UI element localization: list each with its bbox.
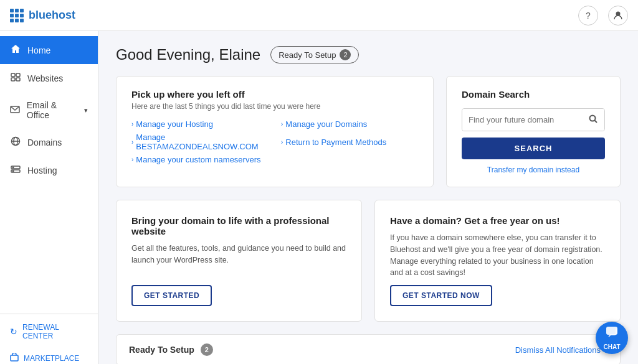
link-manage-bestamazon[interactable]: › Manage BESTAMAZONDEALSNOW.COM bbox=[131, 133, 269, 151]
ready-badge-count: 2 bbox=[340, 49, 351, 60]
nav-icons: ? bbox=[578, 6, 628, 26]
promo-domain-title: Have a domain? Get a free year on us! bbox=[390, 215, 605, 226]
link-manage-domains[interactable]: › Manage your Domains bbox=[281, 119, 418, 129]
promo-build-title: Bring your domain to life with a profess… bbox=[131, 215, 346, 236]
ready-bar-label: Ready To Setup bbox=[129, 345, 194, 355]
domains-icon bbox=[10, 136, 21, 148]
arrow-icon: › bbox=[131, 156, 133, 163]
arrow-icon: › bbox=[281, 121, 283, 128]
arrow-icon: › bbox=[131, 139, 133, 146]
ready-to-setup-badge[interactable]: Ready To Setup 2 bbox=[270, 46, 359, 63]
promo-card-build-website: Bring your domain to life with a profess… bbox=[116, 200, 362, 322]
ready-bar-left: Ready To Setup 2 bbox=[129, 343, 213, 356]
brand-name: bluehost bbox=[29, 9, 75, 22]
link-manage-nameservers[interactable]: › Manage your custom nameservers bbox=[131, 155, 269, 164]
svg-line-17 bbox=[595, 121, 598, 123]
dismiss-label: Dismiss All Notifications bbox=[515, 345, 601, 355]
sidebar-item-hosting-label: Hosting bbox=[27, 166, 57, 175]
sidebar-item-websites-label: Websites bbox=[27, 73, 63, 83]
transfer-domain-link[interactable]: Transfer my domain instead bbox=[462, 166, 605, 174]
pickup-card: Pick up where you left off Here are the … bbox=[116, 76, 434, 187]
promo-domain-desc: If you have a domain somewhere else, you… bbox=[390, 232, 605, 279]
sidebar-item-home-label: Home bbox=[27, 45, 50, 55]
sidebar-item-email-label: Email & Office bbox=[27, 100, 78, 120]
arrow-icon: › bbox=[131, 121, 133, 128]
websites-icon bbox=[10, 72, 21, 84]
domain-search-card: Domain Search SEARCH Transfer my domain … bbox=[446, 76, 621, 187]
domain-search-icon-button[interactable] bbox=[582, 109, 604, 131]
sidebar-item-marketplace[interactable]: MARKETPLACE bbox=[0, 347, 98, 364]
sidebar-item-domains-label: Domains bbox=[27, 138, 62, 147]
page-title: Good Evening, Elaine bbox=[116, 46, 260, 63]
domain-search-box bbox=[462, 108, 605, 131]
sidebar-item-hosting[interactable]: Hosting bbox=[0, 156, 98, 184]
svg-point-16 bbox=[590, 116, 596, 121]
pickup-links: › Manage your Hosting › Manage your Doma… bbox=[131, 119, 418, 164]
renewal-label: RENEWAL CENTER bbox=[22, 323, 88, 340]
ready-bar-count: 2 bbox=[201, 343, 213, 356]
svg-rect-13 bbox=[11, 355, 18, 361]
chevron-down-icon: ▾ bbox=[84, 106, 88, 114]
marketplace-label: MARKETPLACE bbox=[24, 354, 79, 363]
sidebar-item-domains[interactable]: Domains bbox=[0, 128, 98, 156]
dismiss-notifications-link[interactable]: Dismiss All Notifications ▾ bbox=[515, 345, 607, 355]
domain-search-button[interactable]: SEARCH bbox=[462, 138, 605, 159]
sidebar-item-websites[interactable]: Websites bbox=[0, 64, 98, 92]
svg-rect-4 bbox=[16, 78, 20, 81]
promo-cards-row: Bring your domain to life with a profess… bbox=[116, 200, 621, 322]
chat-button[interactable]: CHAT bbox=[596, 322, 628, 354]
arrow-icon: › bbox=[281, 139, 283, 146]
help-icon[interactable]: ? bbox=[578, 6, 598, 26]
pickup-title: Pick up where you left off bbox=[131, 89, 418, 100]
page-header: Good Evening, Elaine Ready To Setup 2 bbox=[116, 46, 621, 63]
ready-badge-label: Ready To Setup bbox=[279, 50, 336, 60]
ready-setup-bar: Ready To Setup 2 Dismiss All Notificatio… bbox=[116, 334, 621, 364]
sidebar: Home Websites Email & Office ▾ Domains bbox=[0, 31, 98, 364]
pickup-subtitle: Here are the last 5 things you did last … bbox=[131, 102, 418, 111]
link-return-payment[interactable]: › Return to Payment Methods bbox=[281, 133, 418, 151]
user-account-icon[interactable] bbox=[608, 6, 628, 26]
sidebar-item-renewal-center[interactable]: ↻ RENEWAL CENTER bbox=[0, 317, 98, 347]
domain-search-input[interactable] bbox=[462, 109, 582, 131]
promo-card-free-domain: Have a domain? Get a free year on us! If… bbox=[374, 200, 621, 322]
top-navigation: bluehost ? bbox=[0, 0, 638, 31]
sidebar-item-home[interactable]: Home bbox=[0, 36, 98, 64]
svg-rect-1 bbox=[11, 73, 15, 77]
svg-point-12 bbox=[12, 170, 14, 172]
link-manage-hosting[interactable]: › Manage your Hosting bbox=[131, 119, 269, 129]
get-started-now-button[interactable]: GET STARTED NOW bbox=[390, 285, 492, 306]
svg-rect-3 bbox=[11, 78, 15, 81]
marketplace-icon bbox=[10, 353, 19, 363]
svg-rect-2 bbox=[16, 73, 20, 77]
grid-icon bbox=[10, 9, 24, 22]
main-content: Good Evening, Elaine Ready To Setup 2 Pi… bbox=[98, 31, 638, 364]
chat-label: CHAT bbox=[603, 343, 620, 350]
brand-logo[interactable]: bluehost bbox=[10, 9, 75, 22]
chat-icon bbox=[605, 325, 619, 342]
promo-build-desc: Get all the features, tools, and guidanc… bbox=[131, 243, 346, 279]
hosting-icon bbox=[10, 164, 21, 176]
sidebar-item-email-office[interactable]: Email & Office ▾ bbox=[0, 92, 98, 128]
home-icon bbox=[10, 44, 21, 56]
domain-search-title: Domain Search bbox=[462, 89, 605, 100]
top-cards-row: Pick up where you left off Here are the … bbox=[116, 76, 621, 187]
svg-point-11 bbox=[12, 167, 14, 168]
get-started-button[interactable]: GET STARTED bbox=[131, 285, 212, 306]
email-icon bbox=[10, 105, 21, 116]
sidebar-bottom: ↻ RENEWAL CENTER MARKETPLACE REFER A FRI… bbox=[0, 314, 98, 364]
renewal-icon: ↻ bbox=[10, 327, 17, 337]
